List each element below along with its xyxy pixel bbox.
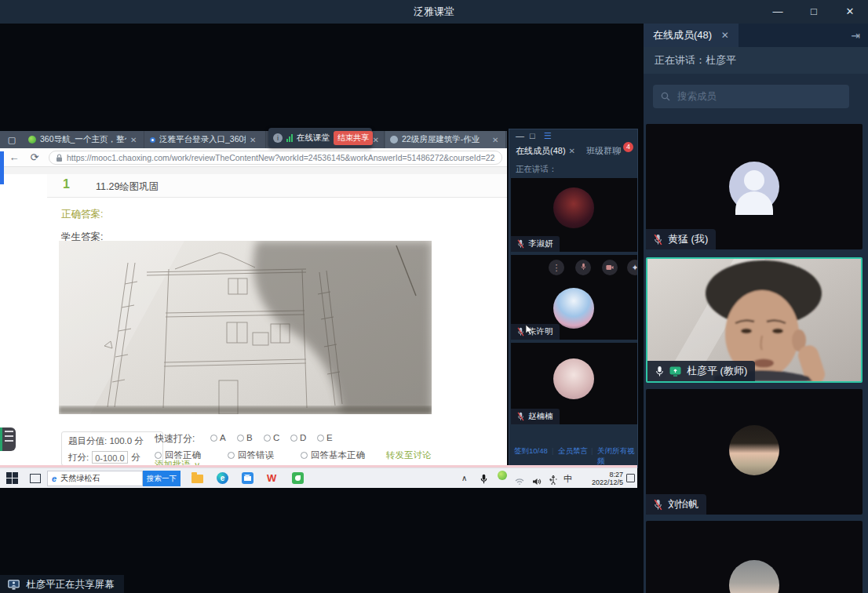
panel-member-tile[interactable]: 赵楠楠 <box>511 343 637 424</box>
tab-close-icon[interactable]: ✕ <box>492 136 498 144</box>
notification-center-icon[interactable] <box>626 474 635 482</box>
mail-icon[interactable] <box>242 472 254 485</box>
screen-share-toolbar: i 在线课堂 结束共享 <box>268 128 372 147</box>
app-window: 泛雅课堂 — □ ✕ ▢ 360导航_一个主页，整个世界 ✕ 泛雅平台登录入口_… <box>0 0 868 593</box>
question-header: 1 11.29绘图巩固 <box>47 174 507 198</box>
tab-fanya-login[interactable]: 泛雅平台登录入口_360搜索 ✕ <box>145 131 266 148</box>
footer-separator: | <box>552 446 553 455</box>
minimize-button[interactable]: — <box>760 0 796 24</box>
close-all-video-link[interactable]: 关闭所有视频 <box>597 446 637 467</box>
avatar <box>729 560 779 593</box>
quick-option-b[interactable]: B <box>237 433 253 442</box>
tab-360-nav[interactable]: 360导航_一个主页，整个世界 ✕ <box>24 131 144 148</box>
forward-to-discussion-link[interactable]: 转发至讨论 <box>386 449 432 461</box>
quick-option-c[interactable]: C <box>264 433 279 442</box>
grade-label: 打分: <box>68 452 89 464</box>
tab-close-icon[interactable]: ✕ <box>130 136 137 144</box>
tab-homework-active[interactable]: 22级房屋建筑学-作业 ✕ <box>385 131 506 148</box>
edge-browser-icon[interactable]: e <box>217 472 229 485</box>
radio-icon[interactable] <box>228 452 235 459</box>
quick-option-e[interactable]: E <box>317 433 333 442</box>
grade-input[interactable]: 0-100.0 <box>92 451 128 464</box>
more-options-icon[interactable]: ⋮ <box>549 260 564 275</box>
task-view-button[interactable] <box>30 472 42 485</box>
online-members-sidebar: 在线成员(48) ✕ ⇥ 正在讲话：杜彦平 黄猛 (我) <box>644 24 868 593</box>
radio-icon[interactable] <box>301 452 308 459</box>
mute-all-link[interactable]: 全员禁言 <box>558 446 588 457</box>
sharing-status-bar: 杜彦平正在共享屏幕 <box>0 575 124 593</box>
quick-option-label: A <box>220 433 226 442</box>
member-video-tile[interactable]: 黄猛 (我) <box>646 124 863 249</box>
url-bar[interactable]: https://mooc1.chaoxing.com/work/reviewTh… <box>49 151 502 165</box>
tab-close-icon[interactable]: ✕ <box>373 136 379 144</box>
refresh-button[interactable]: ⟳ <box>27 150 42 166</box>
quick-option-d[interactable]: D <box>290 433 306 442</box>
radio-icon[interactable] <box>264 435 271 442</box>
close-button[interactable]: ✕ <box>832 0 868 24</box>
tab-close-icon[interactable]: ✕ <box>250 136 256 144</box>
radio-icon[interactable] <box>237 435 244 442</box>
start-button[interactable] <box>6 472 19 485</box>
quick-option-label: E <box>326 433 333 442</box>
quick-option-a[interactable]: A <box>210 433 226 442</box>
tray-mic-icon[interactable] <box>480 473 487 487</box>
back-button[interactable]: ← <box>6 150 22 166</box>
panel-minimize-button[interactable]: — <box>516 131 524 140</box>
radio-icon[interactable] <box>210 435 217 442</box>
student-answer-photo[interactable] <box>59 241 432 414</box>
panel-tab-chat[interactable]: 班级群聊4 <box>586 145 621 157</box>
radio-icon[interactable] <box>155 452 162 459</box>
taskbar-search-button[interactable]: 搜索一下 <box>143 471 181 486</box>
browser-window: ▢ 360导航_一个主页，整个世界 ✕ 泛雅平台登录入口_360搜索 ✕ ✕ 2… <box>0 131 507 468</box>
member-video-tile[interactable]: 刘怡帆 <box>646 389 863 515</box>
maximize-button[interactable]: □ <box>796 0 832 24</box>
camera-control-icon[interactable] <box>602 260 618 275</box>
panel-member-tile[interactable]: ⋮ ✦ 朱许明 <box>511 255 637 340</box>
judge-mostly-correct[interactable]: 回答基本正确 <box>301 449 365 461</box>
radio-icon[interactable] <box>290 435 297 442</box>
tray-clock[interactable]: 8:27 2022/12/5 <box>579 471 623 486</box>
tray-expand-icon[interactable]: ∧ <box>461 471 467 486</box>
judge-label: 回答错误 <box>238 449 274 461</box>
tab-title: 泛雅平台登录入口_360搜索 <box>159 134 246 145</box>
member-search-box[interactable] <box>653 85 849 108</box>
radio-icon[interactable] <box>317 435 324 442</box>
members-tab-close-icon[interactable]: ✕ <box>721 30 729 41</box>
quick-option-label: C <box>273 433 279 442</box>
tray-usb-icon[interactable] <box>549 474 557 488</box>
panel-member-tile[interactable]: 李淑妍 <box>511 178 637 252</box>
tray-360-icon[interactable] <box>498 471 507 480</box>
browser-tab-bar: ▢ 360导航_一个主页，整个世界 ✕ 泛雅平台登录入口_360搜索 ✕ ✕ 2… <box>0 131 507 148</box>
mic-muted-icon <box>654 234 662 246</box>
member-search-input[interactable] <box>676 90 841 103</box>
tray-network-icon[interactable] <box>515 475 524 489</box>
mic-muted-icon <box>517 327 524 337</box>
tray-speaker-icon[interactable] <box>532 475 542 489</box>
sign-in-link[interactable]: 签到10/48 <box>514 446 548 457</box>
panel-tab-close-icon[interactable]: ✕ <box>569 147 575 155</box>
mic-control-icon[interactable] <box>575 260 591 275</box>
judge-wrong[interactable]: 回答错误 <box>228 449 274 461</box>
effects-icon[interactable]: ✦ <box>627 260 637 275</box>
member-video-tile-active-speaker[interactable]: 杜彦平 (教师) <box>646 257 863 383</box>
ime-indicator[interactable]: 中 <box>563 471 572 486</box>
wps-icon[interactable]: W <box>267 472 279 485</box>
sidebar-handle[interactable] <box>0 427 16 451</box>
member-name: 杜彦平 (教师) <box>687 364 747 378</box>
chat-badge: 4 <box>623 142 633 152</box>
url-text: https://mooc1.chaoxing.com/work/reviewTh… <box>67 153 495 162</box>
members-tab[interactable]: 在线成员(48) ✕ <box>644 24 739 47</box>
stop-share-button[interactable]: 结束共享 <box>334 131 373 145</box>
lock-icon <box>56 154 63 162</box>
mic-muted-icon <box>654 499 662 511</box>
panel-tab-members[interactable]: 在线成员(48)✕ <box>516 145 575 157</box>
browser-menu-icon[interactable]: ▢ <box>3 133 20 146</box>
taskbar-search-box[interactable]: e 天然绿松石 <box>47 471 143 486</box>
panel-maximize-button[interactable]: □ <box>530 131 535 140</box>
avatar <box>553 358 594 399</box>
panel-menu-icon[interactable]: ☰ <box>544 131 552 141</box>
green-app-icon[interactable] <box>292 472 305 485</box>
file-explorer-icon[interactable] <box>191 472 204 485</box>
member-video-tile[interactable] <box>646 521 863 593</box>
collapse-panel-icon[interactable]: ⇥ <box>851 24 860 47</box>
